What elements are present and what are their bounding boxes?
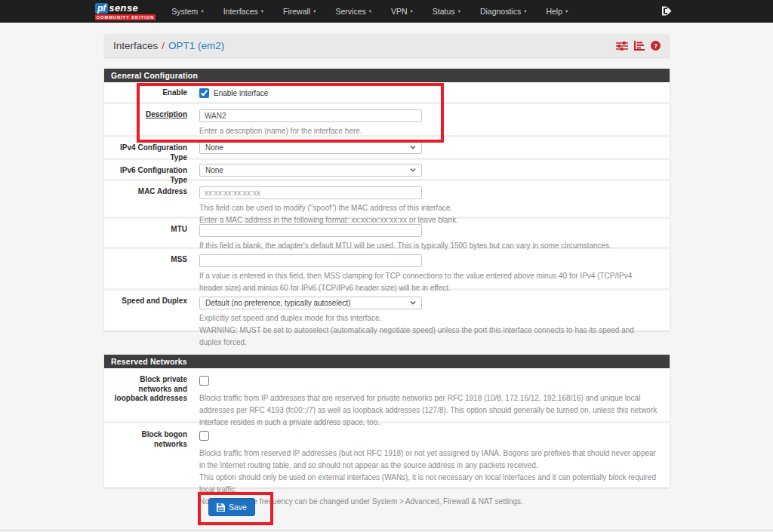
ipv6-config-type-value: None (205, 166, 223, 174)
menu-firewall[interactable]: Firewall ▾ (273, 0, 325, 23)
pfsense-logo-pf: pf (95, 3, 108, 14)
block-private-label: Block private networks and loopback addr… (104, 368, 187, 421)
description-input[interactable] (199, 109, 422, 122)
top-navbar: pf sense COMMUNITY EDITION System ▾ Inte… (0, 0, 773, 23)
form-row-block-private: Block private networks and loopback addr… (104, 368, 670, 423)
related-status-icon[interactable] (634, 41, 645, 51)
pfsense-logo-sense: sense (109, 2, 138, 14)
block-bogon-help-line2: This option should only be used on exter… (199, 472, 658, 496)
breadcrumb-separator: / (162, 40, 165, 51)
form-row-mtu: MTU If this field is blank, the adapter'… (104, 219, 670, 249)
form-row-mss: MSS If a value is entered in this field,… (104, 249, 670, 291)
sign-out-icon-glyph (661, 6, 672, 16)
caret-down-icon: ▾ (524, 8, 526, 14)
chevron-down-icon (410, 168, 416, 172)
menu-status[interactable]: Status ▾ (423, 0, 470, 23)
speed-duplex-select[interactable]: Default (no preference, typically autose… (199, 297, 422, 309)
caret-down-icon: ▾ (411, 8, 413, 14)
menu-interfaces[interactable]: Interfaces ▾ (214, 0, 273, 23)
form-row-mac-address: MAC Address This field can be used to mo… (104, 181, 670, 219)
block-bogon-checkbox[interactable] (199, 431, 209, 441)
mss-input[interactable] (199, 254, 422, 267)
caret-down-icon: ▾ (369, 8, 371, 14)
enable-interface-checkbox[interactable] (199, 88, 209, 98)
ipv6-config-type-select[interactable]: None (199, 164, 422, 177)
form-row-description: Description Enter a description (name) f… (104, 104, 670, 137)
menu-firewall-label: Firewall (283, 7, 310, 16)
main-menu: System ▾ Interfaces ▾ Firewall ▾ Service… (162, 0, 577, 23)
breadcrumb-page-link[interactable]: OPT1 (em2) (168, 40, 224, 51)
page-bottom-divider (0, 530, 773, 530)
caret-down-icon: ▾ (313, 8, 316, 14)
mtu-label: MTU (104, 219, 187, 247)
panel-title: Reserved Networks (104, 355, 670, 368)
menu-services[interactable]: Services ▾ (325, 0, 381, 23)
ipv6-config-type-label: IPv6 Configuration Type (104, 160, 187, 179)
breadcrumb: Interfaces / OPT1 (em2) (104, 34, 670, 57)
pfsense-interface-config-page: pf sense COMMUNITY EDITION System ▾ Inte… (0, 0, 773, 532)
pfsense-logo-wordmark: pf sense (95, 2, 156, 14)
community-edition-badge: COMMUNITY EDITION (95, 14, 156, 20)
menu-system[interactable]: System ▾ (162, 0, 213, 23)
description-help-text: Enter a description (name) for the inter… (199, 125, 658, 137)
description-label: Description (104, 104, 187, 135)
form-row-enable: Enable Enable interface (104, 82, 670, 104)
form-row-ipv6-type: IPv6 Configuration Type None (104, 160, 670, 181)
menu-services-label: Services (335, 7, 365, 16)
menu-help-label: Help (546, 7, 562, 16)
speed-duplex-help-line1: Explicitly set speed and duplex mode for… (199, 312, 658, 324)
speed-duplex-label: Speed and Duplex (104, 291, 187, 331)
mac-address-label: MAC Address (104, 181, 187, 217)
ipv4-config-type-label: IPv4 Configuration Type (104, 137, 187, 158)
help-icon[interactable]: ? (651, 41, 661, 51)
block-bogon-help-line3: Note: The update frequency can be change… (199, 496, 658, 508)
panel-title: General Configuration (104, 69, 670, 82)
menu-diagnostics[interactable]: Diagnostics ▾ (470, 0, 537, 23)
form-row-speed-duplex: Speed and Duplex Default (no preference,… (104, 291, 670, 331)
menu-status-label: Status (433, 7, 455, 16)
ipv4-config-type-select[interactable]: None (199, 141, 422, 154)
menu-system-label: System (171, 7, 198, 16)
caret-down-icon: ▾ (261, 8, 263, 14)
sliders-icon-glyph (616, 41, 628, 51)
mtu-input[interactable] (199, 224, 422, 237)
enable-interface-checkbox-text: Enable interface (214, 89, 268, 97)
caret-down-icon: ▾ (458, 8, 460, 14)
speed-duplex-help-line2: WARNING: MUST be set to autoselect (auto… (199, 324, 658, 349)
form-row-block-bogon: Block bogon networks Blocks traffic from… (104, 423, 670, 487)
save-button[interactable]: Save (208, 498, 255, 516)
reserved-networks-panel: Reserved Networks Block private networks… (104, 355, 670, 487)
chevron-down-icon (410, 146, 416, 149)
floppy-disk-icon (217, 503, 225, 512)
menu-vpn-label: VPN (391, 7, 408, 16)
menu-interfaces-label: Interfaces (223, 7, 258, 16)
form-actions: Save (208, 498, 255, 516)
enable-label: Enable (104, 82, 187, 102)
menu-help[interactable]: Help ▾ (536, 0, 577, 23)
form-row-ipv4-type: IPv4 Configuration Type None (104, 137, 670, 160)
mac-address-input[interactable] (199, 186, 422, 199)
breadcrumb-actions: ? (616, 41, 661, 51)
speed-duplex-value: Default (no preference, typically autose… (205, 299, 350, 307)
caret-down-icon: ▾ (201, 8, 203, 14)
enable-interface-option[interactable]: Enable interface (199, 88, 662, 98)
save-button-label: Save (229, 503, 247, 512)
pfsense-logo[interactable]: pf sense COMMUNITY EDITION (95, 2, 156, 20)
menu-vpn[interactable]: VPN ▾ (381, 0, 423, 23)
block-bogon-label: Block bogon networks (104, 423, 187, 487)
block-private-checkbox[interactable] (199, 376, 209, 386)
breadcrumb-section: Interfaces (113, 40, 158, 51)
sign-out-icon[interactable] (661, 6, 672, 16)
caret-down-icon: ▾ (565, 8, 568, 14)
ipv4-config-type-value: None (205, 143, 223, 152)
menu-diagnostics-label: Diagnostics (480, 7, 521, 16)
status-chart-icon-glyph (634, 41, 645, 51)
chevron-down-icon (410, 301, 416, 305)
block-bogon-help-line1: Blocks traffic from reserved IP addresse… (199, 447, 658, 472)
related-settings-icon[interactable] (616, 41, 628, 51)
general-configuration-panel: General Configuration Enable Enable inte… (104, 69, 670, 331)
mss-label: MSS (104, 249, 187, 288)
mac-address-help-line1: This field can be used to modify ("spoof… (199, 202, 658, 214)
